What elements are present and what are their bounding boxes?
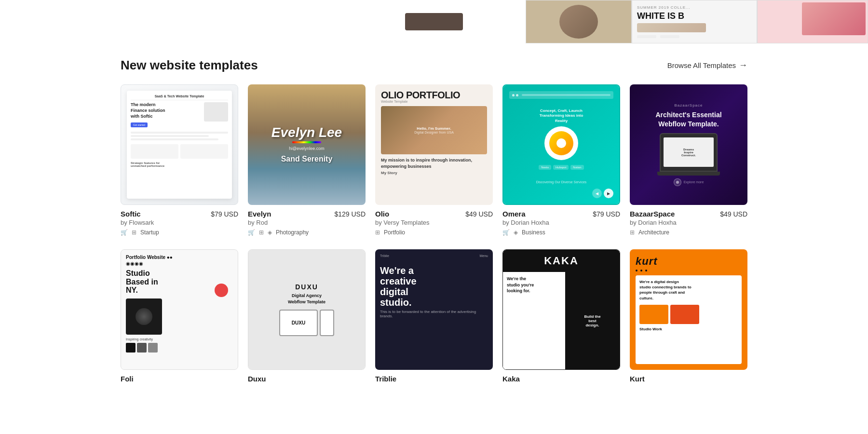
cart-icon-2: 🛒: [248, 229, 255, 236]
bazaar-laptop-base: [657, 172, 720, 176]
omera-info: Omera $79 USD by Dorian Hoxha 🛒 ◈ Busine…: [502, 205, 620, 238]
softic-tag-startup: Startup: [140, 229, 159, 236]
duxu-laptop: DUXU: [279, 310, 318, 336]
tag-icon-2: ◈: [268, 229, 272, 236]
duxu-info: Duxu: [248, 370, 366, 385]
bazaarspace-author: by Dorian Hoxha: [630, 219, 747, 226]
kaka-mockup: KAKA We're thestudio you'relooking for. …: [503, 250, 620, 369]
duxu-subtitle: Digital AgencyWebflow Template: [288, 293, 326, 305]
duxu-brand: DUXU: [295, 283, 318, 291]
kurt-name-row: Kurt: [630, 375, 747, 383]
omera-template-name: Omera: [502, 210, 526, 218]
kaka-template-name: Kaka: [502, 375, 520, 383]
banner-right-images: SUMMER 2019 COLLE... WHITE IS B: [526, 0, 868, 43]
template-card-softic[interactable]: SaaS & Tech Website Template The modernF…: [121, 84, 238, 238]
bazaarspace-tag-architecture: Architecture: [638, 229, 669, 236]
foli-mockup: Portfolio Website ●● ◉◉◉◉ StudioBased in…: [121, 250, 238, 369]
omera-tagline: Concept, Craft, LaunchTransforming Ideas…: [540, 108, 583, 123]
bazaar-brand: BazaarSpace: [674, 103, 703, 108]
olio-intro: My mission is to inspire through innovat…: [381, 157, 487, 169]
template-card-omera[interactable]: Concept, Craft, LaunchTransforming Ideas…: [502, 84, 620, 238]
olio-price: $49 USD: [465, 210, 493, 218]
kaka-bottom: We're thestudio you'relooking for. Build…: [503, 272, 620, 369]
omera-tags: 🛒 ◈ Business: [502, 229, 620, 236]
layout-icon: ⊞: [132, 229, 136, 236]
omera-header-bar: [509, 91, 613, 99]
template-thumb-kaka: KAKA We're thestudio you'relooking for. …: [502, 249, 620, 370]
omera-name-row: Omera $79 USD: [502, 210, 620, 218]
duxu-mockup: DUXU Digital AgencyWebflow Template DUXU: [248, 250, 365, 369]
bazaarspace-name-row: BazaarSpace $49 USD: [630, 210, 747, 218]
kaka-info: Kaka: [502, 370, 620, 385]
triblie-name-row: Triblie: [375, 375, 493, 383]
tag-icon-4: ◈: [514, 229, 518, 236]
triblie-info: Triblie: [375, 370, 493, 385]
evelyn-rainbow: [292, 141, 321, 143]
evelyn-info: Evelyn $129 USD by Rod 🛒 ⊞ ◈ Photography: [248, 205, 366, 238]
bazaarspace-tags: ⊞ Architecture: [630, 229, 747, 236]
template-thumb-olio: OLIO PORTFOLIO Website Template Hello, I…: [375, 84, 493, 205]
evelyn-tags: 🛒 ⊞ ◈ Photography: [248, 229, 366, 236]
kaka-left: We're thestudio you'relooking for.: [503, 272, 565, 369]
banner-image-1: [526, 0, 632, 43]
kurt-content: We're a digital designstudio connecting …: [636, 275, 742, 364]
template-card-kaka[interactable]: KAKA We're thestudio you'relooking for. …: [502, 249, 620, 385]
kurt-tagline: We're a digital designstudio connecting …: [639, 279, 738, 301]
banner-image-2: SUMMER 2019 COLLE... WHITE IS B: [632, 0, 757, 43]
softic-name-row: Softic $79 USD: [121, 210, 238, 218]
omera-price: $79 USD: [593, 210, 620, 218]
softic-name: Softic: [121, 210, 141, 218]
kaka-right-text: Build thebestdesign.: [584, 314, 600, 327]
template-thumb-omera: Concept, Craft, LaunchTransforming Ideas…: [502, 84, 620, 205]
olio-tags: ⊞ Portfolio: [375, 229, 493, 236]
foli-header: Portfolio Website ●●: [126, 255, 233, 260]
omera-tag-business: Business: [522, 229, 545, 236]
olio-subtitle: Website Template: [381, 100, 487, 103]
kaka-logo: KAKA: [508, 255, 615, 267]
kurt-info: Kurt: [630, 370, 747, 385]
template-thumb-kurt: kurt We're a digital designstudio connec…: [630, 249, 747, 370]
olio-info: Olio $49 USD by Versy Templates ⊞ Portfo…: [375, 205, 493, 238]
foli-template-name: Foli: [121, 375, 134, 383]
template-card-olio[interactable]: OLIO PORTFOLIO Website Template Hello, I…: [375, 84, 493, 238]
triblie-mockup: Triblie Menu We're acreativedigitalstudi…: [375, 249, 493, 370]
softic-mockup: SaaS & Tech Website Template The modernF…: [127, 91, 232, 198]
kaka-top: KAKA: [503, 250, 620, 272]
foli-dots: ◉◉◉◉: [126, 261, 233, 266]
kaka-right: Build thebestdesign.: [565, 272, 620, 369]
banner-center-bar: [405, 13, 463, 30]
softic-tags: 🛒 ⊞ Startup: [121, 229, 238, 236]
layout-icon-2: ⊞: [259, 229, 264, 236]
olio-mockup: OLIO PORTFOLIO Website Template Hello, I…: [375, 84, 493, 205]
bazaarspace-price: $49 USD: [720, 210, 747, 218]
template-card-duxu[interactable]: DUXU Digital AgencyWebflow Template DUXU…: [248, 249, 366, 385]
softic-info: Softic $79 USD by Flowsark 🛒 ⊞ Startup: [121, 205, 238, 238]
softic-price: $79 USD: [211, 210, 238, 218]
template-card-bazaarspace[interactable]: BazaarSpace Architect's EssentialWebflow…: [630, 84, 747, 238]
bazaar-mockup: BazaarSpace Architect's EssentialWebflow…: [630, 84, 747, 205]
kurt-brand: kurt: [636, 255, 742, 268]
duxu-phone: [320, 310, 334, 336]
evelyn-email: hi@evelynlee.com: [271, 146, 342, 151]
bazaar-laptop-screen: DreamsInspireConstruct.: [664, 137, 714, 167]
browse-all-templates-link[interactable]: Browse All Templates →: [667, 60, 747, 70]
olio-name-row: Olio $49 USD: [375, 210, 493, 218]
evelyn-name-row: Evelyn $129 USD: [248, 210, 366, 218]
evelyn-tag-photography: Photography: [276, 229, 309, 236]
triblie-sub: This is to be forwarded to the attention…: [380, 310, 488, 318]
template-card-kurt[interactable]: kurt We're a digital designstudio connec…: [630, 249, 747, 385]
olio-photo: Hello, I'm Summer. Digital Designer from…: [381, 106, 487, 154]
template-thumb-duxu: DUXU Digital AgencyWebflow Template DUXU: [248, 249, 366, 370]
section-header: New website templates Browse All Templat…: [0, 43, 868, 84]
evelyn-template-name: Evelyn: [248, 210, 271, 218]
template-card-evelyn[interactable]: Evelyn Lee hi@evelynlee.com Sand Serenit…: [248, 84, 366, 238]
omera-mockup: Concept, Craft, LaunchTransforming Ideas…: [503, 85, 619, 204]
templates-grid: SaaS & Tech Website Template The modernF…: [0, 84, 868, 404]
layout-icon-5: ⊞: [630, 229, 635, 236]
bazaarspace-template-name: BazaarSpace: [630, 210, 675, 218]
softic-author: by Flowsark: [121, 219, 238, 226]
template-card-foli[interactable]: Portfolio Website ●● ◉◉◉◉ StudioBased in…: [121, 249, 238, 385]
duxu-template-name: Duxu: [248, 375, 266, 383]
template-card-triblie[interactable]: Triblie Menu We're acreativedigitalstudi…: [375, 249, 493, 385]
kurt-mockup: kurt We're a digital designstudio connec…: [630, 249, 747, 370]
